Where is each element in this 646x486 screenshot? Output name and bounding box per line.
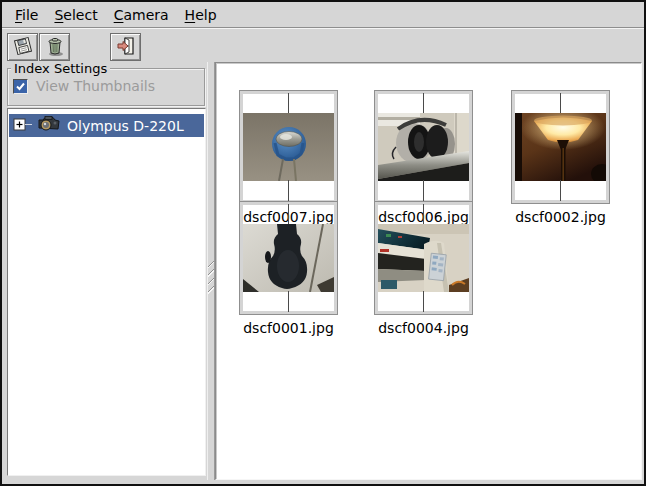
thumbnail-panel: dscf0007.jpg [215, 62, 642, 480]
menu-camera[interactable]: Camera [106, 4, 177, 26]
thumbnail-image-dscf0002 [512, 91, 609, 203]
thumbnail-filename: dscf0002.jpg [509, 209, 612, 225]
tree-row-label: Olympus D-220L [67, 118, 184, 134]
index-settings-frame-title: Index Settings [11, 61, 110, 76]
thumbnail-image-dscf0006 [375, 91, 472, 203]
menu-file-rest: ile [22, 7, 38, 23]
thumbnail-filename: dscf0004.jpg [372, 320, 475, 336]
menu-help[interactable]: Help [177, 4, 225, 26]
menu-file-mnemonic: F [15, 7, 22, 23]
menubar: File Select Camera Help [2, 2, 644, 28]
gtkam-window: File Select Camera Help [0, 0, 646, 486]
menu-select-rest: elect [63, 7, 97, 23]
trash-icon [44, 35, 66, 60]
view-thumbnails-label: View Thumbnails [36, 78, 155, 94]
view-thumbnails-row: View Thumbnails [13, 78, 155, 94]
floppy-disk-icon [12, 35, 34, 60]
tree-row-olympus[interactable]: Olympus D-220L [9, 114, 204, 137]
save-button[interactable] [7, 33, 38, 61]
menu-help-mnemonic: H [185, 7, 196, 23]
checkmark-icon [15, 81, 26, 92]
menu-file[interactable]: File [7, 4, 46, 26]
exit-door-icon [115, 35, 137, 60]
thumbnail-image-dscf0001 [240, 202, 337, 314]
exit-button[interactable] [110, 33, 141, 61]
thumbnail-cell-dscf0002[interactable]: dscf0002.jpg [509, 91, 612, 225]
menu-camera-rest: amera [123, 7, 168, 23]
menu-help-rest: elp [195, 7, 216, 23]
thumbnail-image-dscf0004 [375, 202, 472, 314]
thumbnail-image-dscf0007 [240, 91, 337, 203]
toolbar [2, 30, 644, 64]
tree-expander-icon[interactable] [13, 118, 33, 134]
menu-select[interactable]: Select [46, 4, 105, 26]
thumbnail-filename: dscf0001.jpg [237, 320, 340, 336]
menu-select-mnemonic: S [54, 7, 63, 23]
delete-button[interactable] [39, 33, 70, 61]
thumbnail-cell-dscf0001[interactable]: dscf0001.jpg [237, 202, 340, 336]
view-thumbnails-checkbox[interactable] [13, 79, 28, 94]
camera-icon [35, 115, 61, 136]
camera-tree: Olympus D-220L [7, 108, 206, 476]
menu-camera-mnemonic: C [114, 7, 124, 23]
pane-grip-handle[interactable] [208, 260, 214, 294]
pane-divider[interactable] [207, 62, 215, 480]
thumbnail-cell-dscf0004[interactable]: dscf0004.jpg [372, 202, 475, 336]
